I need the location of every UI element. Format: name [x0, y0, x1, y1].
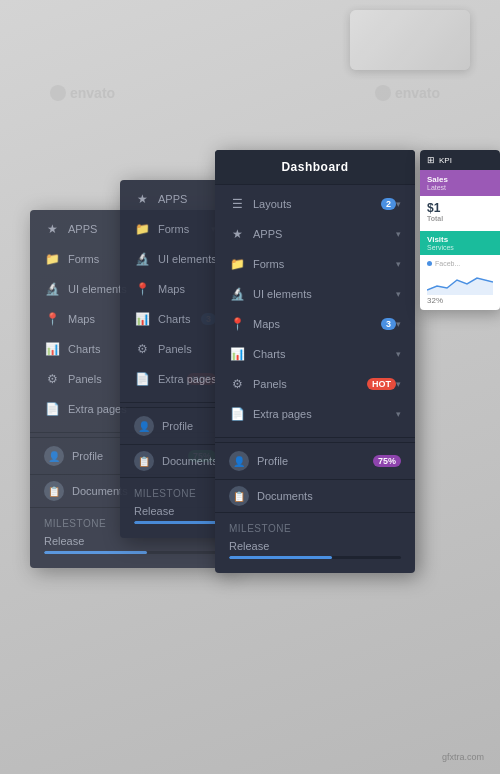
panels-icon-p3: ⚙ — [229, 376, 245, 392]
nav-item-panels-p3[interactable]: ⚙ Panels HOT ▾ — [215, 369, 415, 399]
docs-icon-p3: 📋 — [229, 486, 249, 506]
progress-wrap-p1 — [44, 551, 216, 554]
keyboard-decoration — [350, 10, 470, 70]
extra-icon-p2: 📄 — [134, 371, 150, 387]
panels-label-p3: Panels — [253, 378, 363, 390]
profile-section-p3[interactable]: 👤 Profile 75% — [215, 442, 415, 479]
panels-icon-p1: ⚙ — [44, 371, 60, 387]
profile-label-p3: Profile — [257, 455, 369, 467]
amount-sub: Total — [427, 215, 493, 222]
layouts-label-p3: Layouts — [253, 198, 377, 210]
sidebar-panel-3: Dashboard ☰ Layouts 2 ▾ ★ APPS ▾ 📁 Forms… — [215, 150, 415, 573]
maps-icon-p2: 📍 — [134, 281, 150, 297]
nav-item-extra-p3[interactable]: 📄 Extra pages ▾ — [215, 399, 415, 429]
sales-card: Sales Latest — [420, 170, 500, 196]
maps-label-p3: Maps — [253, 318, 377, 330]
nav-item-apps-p3[interactable]: ★ APPS ▾ — [215, 219, 415, 249]
charts-icon-p1: 📊 — [44, 341, 60, 357]
sales-label: Sales — [427, 175, 493, 184]
chevron-panels-p3: ▾ — [396, 379, 401, 389]
chevron-apps-p3: ▾ — [396, 229, 401, 239]
maps-badge-p3: 3 — [381, 318, 396, 330]
forms-label-p3: Forms — [253, 258, 396, 270]
amount-value: $1 — [427, 201, 440, 215]
documents-label-p3: Documents — [257, 490, 401, 502]
nav-item-ui-p3[interactable]: 🔬 UI elements ▾ — [215, 279, 415, 309]
chevron-forms-p3: ▾ — [396, 259, 401, 269]
chevron-maps-p3: ▾ — [396, 319, 401, 329]
grid-icon: ⊞ — [427, 155, 435, 165]
nav-item-maps-p3[interactable]: 📍 Maps 3 ▾ — [215, 309, 415, 339]
amount-section: $1 Total — [420, 196, 500, 227]
chart-area: Faceb... 32% — [420, 255, 500, 310]
charts-icon-p3: 📊 — [229, 346, 245, 362]
legend-dot-1 — [427, 261, 432, 266]
dashboard-header: Dashboard — [215, 150, 415, 185]
nav-item-layouts-p3[interactable]: ☰ Layouts 2 ▾ — [215, 189, 415, 219]
visits-sub: Services — [427, 244, 493, 251]
maps-icon-p3: 📍 — [229, 316, 245, 332]
docs-icon-p2: 📋 — [134, 451, 154, 471]
docs-icon-p1: 📋 — [44, 481, 64, 501]
chevron-charts-p3: ▾ — [396, 349, 401, 359]
charts-icon-p2: 📊 — [134, 311, 150, 327]
panels-badge-p3: HOT — [367, 378, 396, 390]
nav-item-charts-p3[interactable]: 📊 Charts ▾ — [215, 339, 415, 369]
chevron-layouts-p3: ▾ — [396, 199, 401, 209]
milestone-label-p3: Milestone — [229, 523, 401, 534]
avatar-p2: 👤 — [134, 416, 154, 436]
gfxtra-watermark: gfxtra.com — [442, 752, 484, 762]
avatar-p1: 👤 — [44, 446, 64, 466]
layouts-badge-p3: 2 — [381, 198, 396, 210]
maps-icon-p1: 📍 — [44, 311, 60, 327]
apps-icon-p2: ★ — [134, 191, 150, 207]
legend-text-1: Faceb... — [435, 260, 460, 267]
progress-fill-p3 — [229, 556, 332, 559]
apps-icon-p3: ★ — [229, 226, 245, 242]
ui-icon-p2: 🔬 — [134, 251, 150, 267]
profile-badge-p3: 75% — [373, 455, 401, 467]
chevron-extra-p3: ▾ — [396, 409, 401, 419]
nav-item-forms-p3[interactable]: 📁 Forms ▾ — [215, 249, 415, 279]
ui-icon-p3: 🔬 — [229, 286, 245, 302]
forms-icon-p2: 📁 — [134, 221, 150, 237]
percent-label: 32% — [427, 296, 493, 305]
nav-section-p3: ☰ Layouts 2 ▾ ★ APPS ▾ 📁 Forms ▾ 🔬 UI el… — [215, 185, 415, 433]
sales-sub: Latest — [427, 184, 493, 191]
extra-label-p3: Extra pages — [253, 408, 396, 420]
dashboard-title: Dashboard — [281, 160, 348, 174]
visits-label: Visits — [427, 235, 493, 244]
mini-chart — [427, 270, 493, 295]
chevron-ui-p3: ▾ — [396, 289, 401, 299]
forms-icon-p1: 📁 — [44, 251, 60, 267]
ui-icon-p1: 🔬 — [44, 281, 60, 297]
bottom-section-p3: Milestone Release — [215, 512, 415, 573]
panels-wrapper: ★ APPS ▾ 📁 Forms 🔬 UI elements 📍 Maps 3 … — [30, 150, 490, 750]
divider-1-p3 — [215, 437, 415, 438]
visits-card: Visits Services — [420, 231, 500, 255]
progress-fill-p1 — [44, 551, 147, 554]
release-label-p3: Release — [229, 540, 401, 552]
apps-label-p3: APPS — [253, 228, 396, 240]
layouts-icon-p3: ☰ — [229, 196, 245, 212]
forms-icon-p3: 📁 — [229, 256, 245, 272]
documents-section-p3[interactable]: 📋 Documents — [215, 479, 415, 512]
avatar-p3: 👤 — [229, 451, 249, 471]
extra-icon-p3: 📄 — [229, 406, 245, 422]
legend-row: Faceb... — [427, 260, 493, 267]
apps-icon-p1: ★ — [44, 221, 60, 237]
kpi-label: KPI — [439, 156, 452, 165]
kpi-header: ⊞ KPI — [420, 150, 500, 170]
extra-icon-p1: 📄 — [44, 401, 60, 417]
panels-icon-p2: ⚙ — [134, 341, 150, 357]
ui-label-p3: UI elements — [253, 288, 396, 300]
progress-wrap-p3 — [229, 556, 401, 559]
charts-label-p3: Charts — [253, 348, 396, 360]
right-card-preview: ⊞ KPI Sales Latest $1 Total Visits Servi… — [420, 150, 500, 310]
